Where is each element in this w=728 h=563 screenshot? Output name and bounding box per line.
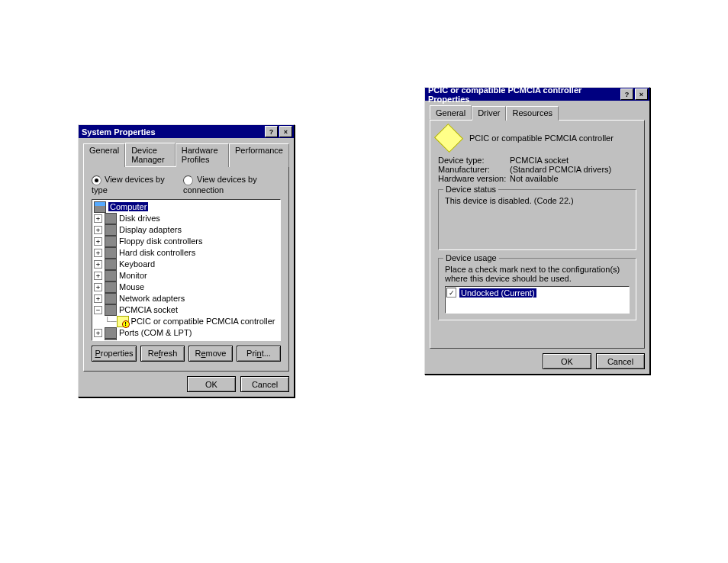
device-tree[interactable]: Computer +Disk drives +Display adapters … (92, 199, 281, 341)
radio-by-connection[interactable]: View devices by connection (183, 175, 281, 195)
tab-general[interactable]: General (430, 105, 472, 120)
expand-icon[interactable]: + (94, 249, 102, 257)
cancel-button[interactable]: Cancel (596, 353, 645, 369)
expand-icon[interactable]: + (94, 260, 102, 269)
tree-node-display[interactable]: +Display adapters (94, 224, 279, 236)
mouse-icon (105, 282, 117, 293)
tree-node-ports[interactable]: +Ports (COM & LPT) (94, 327, 279, 339)
tab-device-manager[interactable]: Device Manager (125, 143, 176, 166)
usage-list[interactable]: ✓ Undocked (Current) (445, 286, 630, 314)
ok-button[interactable]: OK (187, 376, 236, 392)
expand-icon[interactable]: + (94, 214, 102, 223)
radio-icon (92, 175, 101, 185)
device-status-text: This device is disabled. (Code 22.) (445, 196, 630, 205)
collapse-icon[interactable]: − (94, 306, 102, 314)
manufacturer-label: Manufacturer: (438, 165, 510, 174)
device-usage-text: Place a check mark next to the configura… (445, 265, 630, 283)
print-button[interactable]: Print... (237, 346, 281, 362)
expand-icon[interactable]: + (94, 340, 102, 341)
cancel-button[interactable]: Cancel (240, 376, 289, 392)
hdd-icon (105, 247, 117, 259)
help-button[interactable]: ? (620, 88, 633, 100)
tab-hardware-profiles[interactable]: Hardware Profiles (176, 143, 229, 167)
tree-node-hdd[interactable]: +Hard disk controllers (94, 247, 279, 259)
dialog-title: PCIC or compatible PCMCIA controller Pro… (427, 85, 619, 104)
display-icon (105, 224, 117, 236)
expand-icon[interactable]: + (94, 272, 102, 280)
tree-node-disk[interactable]: +Disk drives (94, 213, 279, 224)
pcic-warn-icon (117, 316, 129, 327)
expand-icon[interactable]: + (94, 294, 102, 303)
system-properties-dialog: System Properties ? × General Device Man… (78, 124, 295, 397)
device-status-legend: Device status (443, 185, 498, 194)
hardware-version-label: Hardware version: (438, 174, 510, 183)
disk-icon (105, 213, 117, 224)
radio-by-type[interactable]: View devices by type (92, 175, 168, 195)
tree-node-network[interactable]: +Network adapters (94, 293, 279, 304)
device-status-group: Device status This device is disabled. (… (438, 189, 636, 250)
manufacturer-value: (Standard PCMCIA drivers) (510, 165, 611, 174)
computer-icon (94, 201, 106, 213)
hardware-version-value: Not available (510, 174, 559, 183)
tab-general[interactable]: General (83, 143, 125, 167)
checkbox-icon[interactable]: ✓ (446, 288, 456, 298)
tree-node-floppy[interactable]: +Floppy disk controllers (94, 236, 279, 247)
tree-node-monitor[interactable]: +Monitor (94, 270, 279, 282)
titlebar[interactable]: PCIC or compatible PCMCIA controller Pro… (425, 88, 649, 101)
help-button[interactable]: ? (265, 126, 278, 137)
expand-icon[interactable]: + (94, 237, 102, 246)
device-type-value: PCMCIA socket (510, 156, 569, 165)
monitor-icon (105, 270, 117, 282)
device-type-label: Device type: (438, 156, 510, 165)
floppy-icon (105, 236, 117, 247)
remove-button[interactable]: Remove (188, 346, 233, 362)
tree-node-pcmcia[interactable]: −PCMCIA socket (94, 304, 279, 316)
ok-button[interactable]: OK (543, 353, 591, 369)
refresh-button[interactable]: Refresh (140, 346, 185, 362)
expand-icon[interactable]: + (94, 283, 102, 291)
tab-performance[interactable]: Performance (229, 143, 289, 167)
tab-driver[interactable]: Driver (472, 106, 506, 121)
device-properties-dialog: PCIC or compatible PCMCIA controller Pro… (424, 87, 650, 375)
ports-icon (105, 327, 117, 339)
tree-node-mouse[interactable]: +Mouse (94, 282, 279, 293)
titlebar[interactable]: System Properties ? × (79, 125, 294, 138)
pcmcia-icon (105, 304, 117, 316)
device-icon (434, 124, 463, 153)
tree-node-computer[interactable]: Computer (94, 201, 279, 213)
close-button[interactable]: × (279, 126, 292, 137)
tree-node-pcic[interactable]: └─PCIC or compatible PCMCIA controller (94, 316, 279, 327)
tab-row: General Device Manager Hardware Profiles… (83, 143, 289, 167)
tab-row: General Driver Resources (430, 106, 645, 121)
tree-node-sound[interactable]: +Sound, video and game controllers (94, 339, 279, 341)
device-usage-group: Device usage Place a check mark next to … (438, 258, 636, 320)
usage-item[interactable]: ✓ Undocked (Current) (446, 288, 628, 298)
close-button[interactable]: × (635, 88, 648, 100)
expand-icon[interactable]: + (94, 226, 102, 234)
tab-resources[interactable]: Resources (506, 106, 559, 121)
network-icon (105, 293, 117, 304)
device-name: PCIC or compatible PCMCIA controller (469, 134, 614, 143)
keyboard-icon (105, 259, 117, 270)
expand-icon[interactable]: + (94, 329, 102, 337)
tree-node-keyboard[interactable]: +Keyboard (94, 259, 279, 270)
radio-icon (183, 175, 193, 185)
sound-icon (105, 339, 117, 341)
dialog-title: System Properties (80, 127, 263, 137)
device-usage-legend: Device usage (443, 253, 499, 262)
properties-button[interactable]: Properties (92, 346, 137, 362)
